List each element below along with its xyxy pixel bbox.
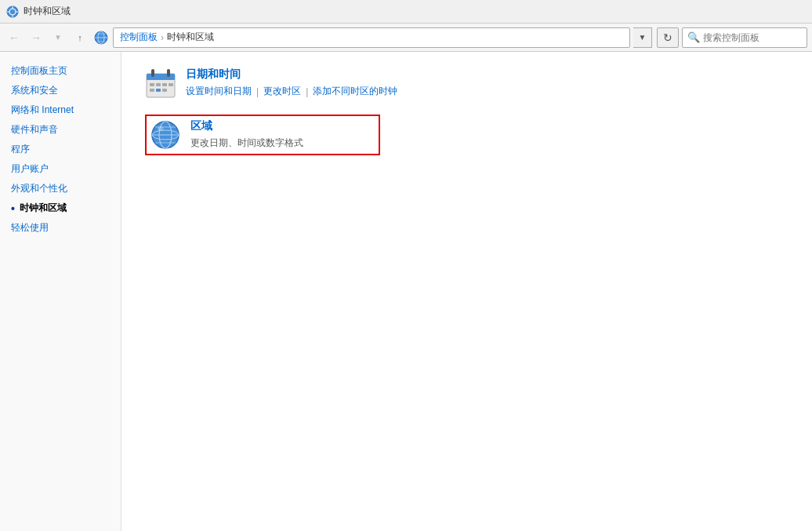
clock-icon: [145, 67, 176, 99]
refresh-button[interactable]: ↻: [657, 27, 679, 48]
datetime-title[interactable]: 日期和时间: [186, 67, 397, 82]
svg-rect-15: [150, 83, 154, 86]
svg-rect-13: [151, 69, 154, 77]
region-highlight-box: 区域 更改日期、时间或数字格式: [145, 115, 380, 155]
breadcrumb-sep: ›: [161, 32, 164, 43]
sidebar-item-clock-region: 时钟和区域: [0, 198, 121, 218]
breadcrumb-current: 时钟和区域: [167, 31, 214, 44]
set-datetime-link[interactable]: 设置时间和日期: [186, 85, 252, 98]
window-title: 时钟和区域: [24, 5, 71, 18]
forward-button[interactable]: →: [27, 28, 45, 47]
address-box[interactable]: 控制面板 › 时钟和区域: [113, 27, 630, 48]
svg-rect-21: [162, 89, 167, 92]
sidebar-item-ease-access[interactable]: 轻松使用: [0, 218, 121, 238]
up-button[interactable]: ▼: [49, 28, 67, 47]
breadcrumb: 控制面板 › 时钟和区域: [120, 31, 214, 44]
datetime-section: 日期和时间 设置时间和日期 | 更改时区 | 添加不同时区的时钟: [145, 67, 788, 99]
address-dropdown[interactable]: ▼: [633, 27, 652, 48]
path-icon: [94, 31, 108, 45]
main-layout: 控制面板主页 系统和安全 网络和 Internet 硬件和声音 程序 用户账户 …: [0, 52, 812, 531]
change-timezone-link[interactable]: 更改时区: [263, 85, 301, 98]
svg-rect-20: [156, 89, 161, 92]
svg-rect-18: [169, 83, 173, 86]
sidebar-item-network-internet[interactable]: 网络和 Internet: [0, 100, 121, 120]
search-input[interactable]: [703, 32, 802, 43]
svg-rect-16: [156, 83, 161, 86]
globe-icon: [150, 119, 181, 151]
region-info: 区域 更改日期、时间或数字格式: [190, 119, 303, 150]
sidebar-item-programs[interactable]: 程序: [0, 140, 121, 159]
sidebar-item-hardware-sound[interactable]: 硬件和声音: [0, 120, 121, 140]
titlebar-icon: [6, 5, 19, 18]
title-bar: 时钟和区域: [0, 0, 812, 24]
svg-rect-12: [147, 74, 175, 80]
svg-point-28: [158, 126, 164, 131]
region-title[interactable]: 区域: [190, 119, 303, 133]
breadcrumb-root[interactable]: 控制面板: [120, 31, 158, 44]
svg-rect-17: [162, 83, 167, 86]
sidebar-item-system-security[interactable]: 系统和安全: [0, 81, 121, 100]
sidebar-item-user-accounts[interactable]: 用户账户: [0, 159, 121, 179]
add-timezone-link[interactable]: 添加不同时区的时钟: [313, 85, 397, 98]
back-button[interactable]: ←: [5, 28, 24, 47]
sidebar-item-appearance[interactable]: 外观和个性化: [0, 179, 121, 198]
datetime-links: 设置时间和日期 | 更改时区 | 添加不同时区的时钟: [186, 85, 397, 98]
search-box[interactable]: 🔍: [682, 27, 807, 48]
history-button[interactable]: ↑: [71, 28, 89, 47]
svg-rect-14: [167, 69, 170, 77]
content-area: 日期和时间 设置时间和日期 | 更改时区 | 添加不同时区的时钟: [121, 52, 812, 531]
sidebar-item-home[interactable]: 控制面板主页: [0, 61, 121, 81]
address-bar: ← → ▼ ↑ 控制面板 › 时钟和区域 ▼ ↻ 🔍: [0, 24, 812, 52]
sidebar: 控制面板主页 系统和安全 网络和 Internet 硬件和声音 程序 用户账户 …: [0, 52, 121, 531]
datetime-item: 日期和时间 设置时间和日期 | 更改时区 | 添加不同时区的时钟: [145, 67, 788, 99]
search-icon: 🔍: [687, 31, 700, 43]
datetime-info: 日期和时间 设置时间和日期 | 更改时区 | 添加不同时区的时钟: [186, 67, 397, 98]
svg-rect-19: [150, 89, 154, 92]
region-desc: 更改日期、时间或数字格式: [190, 136, 303, 150]
